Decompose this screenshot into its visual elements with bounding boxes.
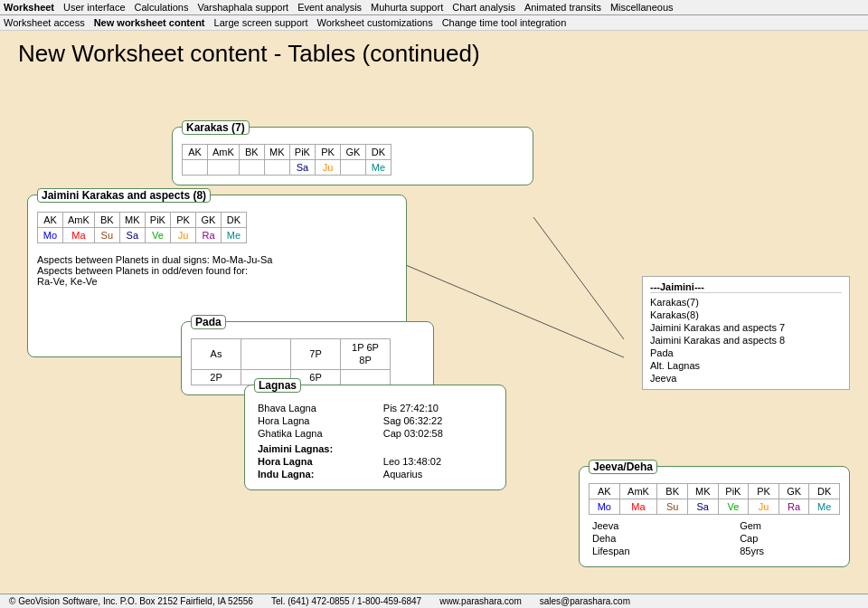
hora-lagna-label: Hora Lagna: [254, 414, 380, 427]
bhava-lagna-value: Pis 27:42:10: [380, 402, 496, 414]
nav-chart-analysis[interactable]: Chart analysis: [452, 2, 515, 13]
nav2-customizations[interactable]: Worksheet customizations: [316, 17, 432, 28]
nav-varshaphala[interactable]: Varshaphala support: [197, 2, 288, 13]
nav-event-analysis[interactable]: Event analysis: [297, 2, 362, 13]
karakas7-ju: Ju: [315, 160, 340, 176]
lifespan-label: Lifespan: [589, 545, 736, 557]
sidebar-panel: ---Jaimini--- Karakas(7) Karakas(8) Jaim…: [642, 276, 850, 390]
indu-label: Indu Lagna:: [254, 468, 380, 480]
jaimini-lagnas-title: Jaimini Lagnas:: [254, 440, 496, 455]
second-nav-bar: Worksheet access New worksheet content L…: [0, 15, 868, 31]
jeeva-deha-table: AKAmKBKMKPiKPKGKDK Mo Ma Su Sa Ve Ju Ra …: [589, 483, 840, 515]
jeeva-label: Jeeva: [589, 519, 736, 532]
top-nav-bar: Worksheet User interface Calculations Va…: [0, 0, 868, 15]
nav-calculations[interactable]: Calculations: [135, 2, 189, 13]
karakas7-sa: Sa: [289, 160, 315, 176]
jeeva-extra-table: Jeeva Gem Deha Cap Lifespan 85yrs: [589, 519, 840, 557]
sidebar-item-jeeva[interactable]: Jeeva: [650, 372, 842, 385]
sidebar-item-pada[interactable]: Pada: [650, 347, 842, 359]
karakas7-table: AKAmKBKMKPiKPKGKDK Sa Ju Me: [182, 144, 392, 176]
page-title: New Worksheet content - Tables (continue…: [0, 31, 868, 77]
lifespan-value: 85yrs: [736, 545, 840, 557]
nav2-worksheet-access[interactable]: Worksheet access: [4, 17, 85, 28]
deha-value: Cap: [736, 532, 840, 545]
footer-copyright: © GeoVision Software, Inc. P.O. Box 2152…: [9, 596, 253, 606]
jaimini8-title: Jaimini Karakas and aspects (8): [37, 188, 211, 203]
ghatika-lagna-value: Cap 03:02:58: [380, 427, 496, 440]
lagnas-table: Bhava Lagna Pis 27:42:10 Hora Lagna Sag …: [254, 402, 496, 480]
ghatika-lagna-label: Ghatika Lagna: [254, 427, 380, 440]
bhava-lagna-label: Bhava Lagna: [254, 402, 380, 414]
footer-website: www.parashara.com: [439, 596, 522, 606]
sidebar-item-karakas8[interactable]: Karakas(8): [650, 309, 842, 321]
indu-value: Aquarius: [380, 468, 496, 480]
nav2-large-screen[interactable]: Large screen support: [214, 17, 308, 28]
aspects-text1: Aspects between Planets in dual signs: M…: [37, 254, 397, 265]
nav-worksheet[interactable]: Worksheet: [4, 2, 54, 13]
sidebar-item-aspects7[interactable]: Jaimini Karakas and aspects 7: [650, 321, 842, 334]
pada-title: Pada: [191, 315, 226, 329]
footer-email: sales@parashara.com: [540, 596, 630, 606]
nav-miscellaneous[interactable]: Miscellaneous: [610, 2, 674, 13]
nav-muhurta[interactable]: Muhurta support: [371, 2, 443, 13]
footer-tel: Tel. (641) 472-0855 / 1-800-459-6847: [271, 596, 421, 606]
nav-animated-transits[interactable]: Animated transits: [524, 2, 601, 13]
aspects-text3: Ra-Ve, Ke-Ve: [37, 276, 397, 287]
sidebar-item-alt-lagnas[interactable]: Alt. Lagnas: [650, 359, 842, 372]
sidebar-header: ---Jaimini---: [650, 281, 842, 293]
jeeva-deha-title: Jeeva/Deha: [589, 460, 657, 474]
lagnas-panel: Lagnas Bhava Lagna Pis 27:42:10 Hora Lag…: [244, 385, 506, 490]
sidebar-item-aspects8[interactable]: Jaimini Karakas and aspects 8: [650, 334, 842, 347]
main-content: Karakas (7) AKAmKBKMKPiKPKGKDK Sa Ju Me …: [0, 77, 868, 602]
nav2-new-content[interactable]: New worksheet content: [94, 17, 205, 28]
karakas7-title: Karakas (7): [182, 120, 250, 135]
aspects-text2: Aspects between Planets in odd/even foun…: [37, 265, 397, 276]
svg-line-0: [533, 217, 624, 339]
lagnas-title: Lagnas: [254, 378, 301, 393]
karakas7-panel: Karakas (7) AKAmKBKMKPiKPKGKDK Sa Ju Me: [172, 127, 533, 185]
hora-lagna-value: Sag 06:32:22: [380, 414, 496, 427]
nav2-change-time[interactable]: Change time tool integration: [442, 17, 567, 28]
j-hora-label: Hora Lagna: [254, 455, 380, 468]
karakas7-me: Me: [365, 160, 391, 176]
jeeva-deha-panel: Jeeva/Deha AKAmKBKMKPiKPKGKDK Mo Ma Su S…: [579, 466, 850, 567]
nav-user-interface[interactable]: User interface: [63, 2, 125, 13]
j-hora-value: Leo 13:48:02: [380, 455, 496, 468]
footer: © GeoVision Software, Inc. P.O. Box 2152…: [0, 594, 868, 608]
jeeva-value: Gem: [736, 519, 840, 532]
deha-label: Deha: [589, 532, 736, 545]
sidebar-item-karakas7[interactable]: Karakas(7): [650, 296, 842, 309]
jaimini8-table: AKAmKBKMKPiKPKGKDK Mo Ma Su Sa Ve Ju Ra …: [37, 212, 247, 243]
